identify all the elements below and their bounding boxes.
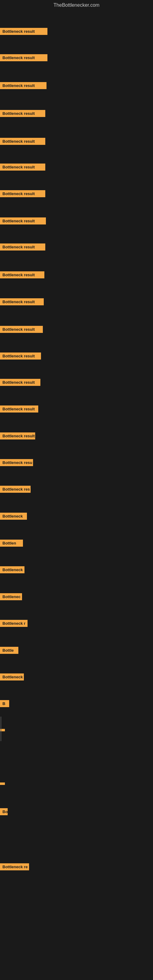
bottleneck-label-12[interactable]: Bottleneck result (0, 326, 43, 333)
bottleneck-label-18[interactable]: Bottleneck res (0, 486, 30, 493)
bottleneck-item-6: Bottleneck result (0, 164, 45, 172)
bottleneck-label-23[interactable]: Bottleneck r (0, 620, 27, 627)
bottleneck-label-5[interactable]: Bottleneck result (0, 138, 45, 145)
bottleneck-item-18: Bottleneck res (0, 486, 30, 494)
bottleneck-item-8: Bottleneck result (0, 218, 46, 226)
bottleneck-label-26[interactable]: B (0, 700, 9, 707)
bottleneck-item-4: Bottleneck result (0, 110, 45, 118)
bottleneck-item-14: Bottleneck result (0, 379, 40, 387)
bottleneck-label-14[interactable]: Bottleneck result (0, 379, 40, 386)
bottleneck-label-15[interactable]: Bottleneck result (0, 406, 38, 412)
bottleneck-item-2: Bottleneck result (0, 54, 48, 62)
bottleneck-item-5: Bottleneck result (0, 138, 45, 146)
bottleneck-label-1[interactable]: Bottleneck result (0, 28, 48, 35)
bottleneck-label-20[interactable]: Bottlen (0, 539, 23, 547)
bottleneck-label-8[interactable]: Bottleneck result (0, 218, 46, 224)
bottleneck-label-21[interactable]: Bottleneck (0, 566, 24, 573)
bottleneck-item-12: Bottleneck result (0, 326, 43, 334)
bottleneck-label-29[interactable]: Bo (0, 808, 8, 815)
bottleneck-label-4[interactable]: Bottleneck result (0, 110, 45, 117)
bottleneck-label-13[interactable]: Bottleneck result (0, 353, 41, 360)
bottleneck-label-7[interactable]: Bottleneck result (0, 190, 45, 197)
bottleneck-label-30[interactable]: Bottleneck re (0, 863, 29, 870)
bottleneck-item-23: Bottleneck r (0, 620, 27, 628)
bottleneck-item-21: Bottleneck (0, 566, 24, 574)
bottleneck-item-11: Bottleneck result (0, 298, 44, 307)
bottleneck-item-22: Bottlenec (0, 593, 22, 601)
bottleneck-item-25: Bottleneck (0, 673, 24, 682)
bottleneck-item-28 (0, 781, 5, 786)
bottleneck-item-16: Bottleneck result (0, 433, 35, 441)
bottleneck-item-10: Bottleneck result (0, 271, 45, 280)
bottleneck-item-30: Bottleneck re (0, 863, 29, 872)
bottleneck-item-26: B (0, 700, 9, 708)
bottleneck-item-3: Bottleneck result (0, 82, 46, 90)
bottleneck-item-1: Bottleneck result (0, 28, 48, 36)
bottleneck-label-24[interactable]: Bottle (0, 647, 18, 654)
bottleneck-label-22[interactable]: Bottlenec (0, 593, 22, 600)
bottleneck-label-6[interactable]: Bottleneck result (0, 164, 45, 170)
bottleneck-item-17: Bottleneck resu (0, 459, 33, 467)
bottleneck-label-28[interactable] (0, 783, 5, 785)
bottleneck-item-29: Bo (0, 808, 8, 816)
bottleneck-label-3[interactable]: Bottleneck result (0, 82, 46, 89)
bottleneck-label-10[interactable]: Bottleneck result (0, 271, 45, 278)
bottleneck-item-15: Bottleneck result (0, 406, 38, 414)
bottleneck-label-17[interactable]: Bottleneck resu (0, 459, 33, 466)
bottleneck-label-16[interactable]: Bottleneck result (0, 433, 35, 439)
bottleneck-label-25[interactable]: Bottleneck (0, 673, 24, 681)
bottleneck-item-13: Bottleneck result (0, 353, 41, 361)
bottleneck-item-9: Bottleneck result (0, 243, 45, 252)
bottleneck-label-19[interactable]: Bottleneck (0, 513, 27, 520)
bottleneck-item-19: Bottleneck (0, 513, 27, 521)
bottleneck-item-7: Bottleneck result (0, 190, 45, 199)
bottleneck-item-24: Bottle (0, 647, 18, 655)
bottleneck-label-9[interactable]: Bottleneck result (0, 243, 45, 250)
bottleneck-item-20: Bottlen (0, 539, 23, 548)
site-title: TheBottlenecker.com (0, 0, 153, 10)
bottleneck-label-2[interactable]: Bottleneck result (0, 54, 48, 61)
bottleneck-label-11[interactable]: Bottleneck result (0, 298, 44, 305)
